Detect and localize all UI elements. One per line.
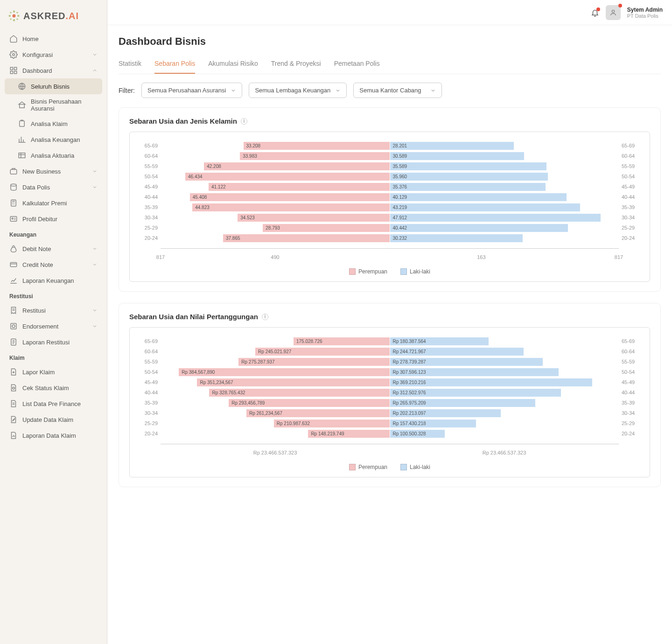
sidebar-item-cek-status-klaim[interactable]: Cek Status Klaim: [5, 380, 102, 396]
filter-lembaga[interactable]: Semua Lembaga Keuangan: [249, 83, 347, 98]
filter-label: Filter:: [119, 87, 135, 94]
legend-swatch: [400, 268, 407, 275]
sidebar-item-label: Analisa Klaim: [31, 120, 98, 127]
bar-value: 45.408: [193, 195, 207, 200]
bar-perempuan: 34.523: [238, 214, 389, 222]
sidebar-item-laporan-keuangan[interactable]: Laporan Keuangan: [5, 273, 102, 288]
pyramid-row: 65-69175.028.726Rp 180.387.56465-69: [135, 336, 644, 346]
bar-perempuan: 37.865: [223, 234, 390, 242]
sidebar-item-new-business[interactable]: New Business: [5, 163, 102, 179]
sidebar-item-laporan-data-klaim[interactable]: Laporan Data Klaim: [5, 427, 102, 443]
chevron-down-icon: [92, 184, 98, 190]
age-label: 40-44: [619, 390, 644, 395]
bar-perempuan: Rp 275.287.937: [238, 358, 389, 366]
bar-laki: Rp 180.387.564: [390, 337, 489, 345]
avatar[interactable]: [606, 5, 621, 20]
bar-laki: 40.442: [390, 224, 568, 232]
sidebar-item-update-data-klaim[interactable]: Update Data Klaim: [5, 412, 102, 427]
sidebar-item-label: Laporan Data Klaim: [22, 432, 98, 439]
sidebar-item-kalkulator-premi[interactable]: Kalkulator Premi: [5, 195, 102, 211]
age-label: 35-39: [135, 400, 161, 406]
tab-akumulasi-risiko[interactable]: Akumulasi Risiko: [208, 56, 258, 74]
sidebar-item-laporan-restitusi[interactable]: Laporan Restitusi: [5, 334, 102, 350]
svg-point-7: [10, 18, 12, 20]
sidebar-item-label: Lapor Klaim: [22, 369, 98, 376]
svg-rect-22: [10, 263, 17, 267]
pyramid-row: 40-44Rp 328.765.432Rp 312.502.97640-44: [135, 387, 644, 398]
bar-laki: Rp 157.430.218: [390, 420, 476, 427]
filter-perusahaan[interactable]: Semua Perusahaan Asuransi: [141, 83, 242, 98]
svg-point-2: [13, 19, 15, 21]
tab-statistik[interactable]: Statistik: [119, 56, 141, 74]
bar-laki: Rp 244.721.967: [390, 348, 524, 356]
database-icon: [9, 183, 18, 191]
tab-sebaran-polis[interactable]: Sebaran Polis: [154, 56, 195, 74]
sidebar-item-analisa-klaim[interactable]: Analisa Klaim: [5, 116, 102, 132]
sidebar-item-debit-note[interactable]: Debit Note: [5, 241, 102, 257]
svg-point-1: [13, 10, 15, 13]
chevron-down-icon: [92, 262, 98, 267]
sidebar-item-endorsement[interactable]: Endorsement: [5, 318, 102, 334]
bar-laki: Rp 100.500.328: [390, 430, 445, 438]
user-info: Sytem Admin PT Data Polis: [627, 7, 663, 19]
sidebar-item-dashboard[interactable]: Dashboard: [5, 63, 102, 78]
bar-value: 47.912: [393, 215, 407, 220]
age-label: 50-54: [619, 369, 644, 375]
sidebar-item-profil-debitur[interactable]: Profil Debitur: [5, 211, 102, 227]
filter-value: Semua Kantor Cabang: [359, 87, 421, 94]
bar-value: Rp 265.975.209: [393, 400, 426, 406]
bar-value: Rp 307.596.123: [393, 370, 426, 375]
sidebar-item-label: New Business: [22, 168, 87, 175]
bar-perempuan: 33.208: [244, 142, 390, 150]
bar-laki: Rp 202.213.097: [390, 409, 501, 417]
brand-text: ASKRED.AI: [23, 11, 79, 21]
bar-value: 175.028.726: [296, 339, 322, 344]
bar-perempuan: 33.983: [240, 152, 389, 160]
age-label: 25-29: [619, 420, 644, 426]
sidebar-item-label: Kalkulator Premi: [22, 200, 98, 207]
home-icon: [9, 35, 18, 43]
bar-value: 43.219: [393, 205, 407, 210]
sidebar-item-credit-note[interactable]: Credit Note: [5, 257, 102, 273]
bar-laki: 47.912: [390, 214, 601, 222]
sidebar-item-data-polis[interactable]: Data Polis: [5, 179, 102, 195]
chevron-down-icon: [231, 88, 236, 93]
sidebar-item-label: Analisa Keuangan: [31, 136, 98, 143]
sidebar-item-analisa-aktuaria[interactable]: Analisa Aktuaria: [5, 147, 102, 163]
chart-line-icon: [9, 276, 18, 285]
filter-cabang[interactable]: Semua Kantor Cabang: [353, 83, 442, 98]
age-label: 20-24: [135, 235, 161, 241]
info-icon[interactable]: i: [262, 314, 268, 320]
sidebar-item-restitusi[interactable]: Restitusi: [5, 302, 102, 318]
age-label: 60-64: [619, 349, 644, 354]
info-icon[interactable]: i: [241, 118, 247, 125]
sidebar-item-label: List Data Pre Finance: [22, 400, 98, 407]
bar-value: 28.201: [393, 143, 407, 148]
tab-trend-proyeksi[interactable]: Trend & Proyeksi: [271, 56, 321, 74]
bar-value: 34.523: [240, 215, 255, 220]
sidebar-item-list-data-pre-finance[interactable]: List Data Pre Finance: [5, 396, 102, 412]
sidebar-item-seluruh-bisnis[interactable]: Seluruh Bisnis: [5, 78, 102, 94]
bar-perempuan: Rp 328.765.432: [209, 389, 389, 397]
notification-button[interactable]: [591, 8, 599, 17]
tab-pemetaan-polis[interactable]: Pemetaan Polis: [334, 56, 380, 74]
sidebar-item-konfigurasi[interactable]: Konfigurasi: [5, 47, 102, 63]
pyramid-row: 40-4445.40840.12940-44: [135, 192, 644, 202]
card-title: Sebaran Usia dan Nilai Pertanggungan i: [129, 313, 650, 321]
pyramid-row: 50-54Rp 384,567,890Rp 307.596.12350-54: [135, 367, 644, 377]
gear-icon: [9, 50, 18, 59]
bar-value: Rp 278.739.287: [393, 359, 426, 364]
sidebar-item-bisnis-perusahaan[interactable]: Bisnis Perusahaan Asuransi: [5, 94, 102, 116]
legend: Perempuan Laki-laki: [135, 464, 644, 470]
file-list-icon: [9, 399, 18, 408]
sidebar-item-lapor-klaim[interactable]: Lapor Klaim: [5, 364, 102, 380]
svg-point-18: [11, 184, 16, 186]
svg-point-6: [16, 12, 18, 14]
content: Dashboard Bisnis Statistik Sebaran Polis…: [107, 25, 672, 509]
sidebar-item-analisa-keuangan[interactable]: Analisa Keuangan: [5, 132, 102, 147]
file-report-icon: [9, 431, 18, 440]
svg-point-24: [12, 325, 15, 328]
age-label: 55-59: [619, 359, 644, 364]
sidebar-item-home[interactable]: Home: [5, 31, 102, 47]
legend-label: Perempuan: [358, 464, 387, 470]
